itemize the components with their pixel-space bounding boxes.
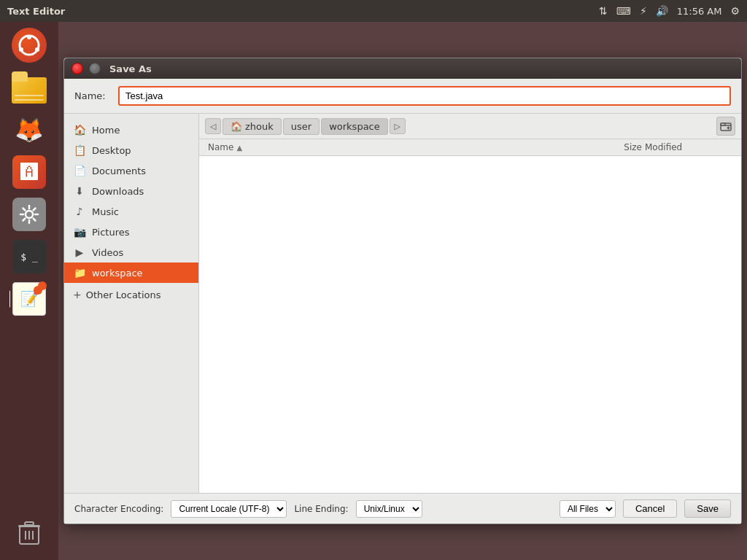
terminal-icon: $ _ <box>12 240 46 273</box>
launcher-ubuntu[interactable] <box>9 26 49 65</box>
file-list-body <box>199 156 741 493</box>
sidebar-videos-label: Videos <box>92 247 123 258</box>
taskbar-icons: ⇅ ⌨ ⚡ 🔊 11:56 AM ⚙ <box>599 5 740 17</box>
dialog-content: 🏠 Home 📋 Desktop 📄 Documents ⬇ Downloads… <box>64 114 741 493</box>
sidebar-item-home[interactable]: 🏠 Home <box>64 120 198 140</box>
size-col-label: Size <box>624 142 642 152</box>
sidebar-item-workspace[interactable]: 📁 workspace <box>64 262 198 283</box>
dialog-titlebar: Save As <box>64 58 741 79</box>
desktop-icon: 📋 <box>73 144 86 156</box>
svg-rect-7 <box>25 522 34 525</box>
music-icon: ♪ <box>73 206 86 217</box>
text-editor-icon: 📝 <box>12 282 46 316</box>
system-settings-icon[interactable]: ⚙ <box>730 5 740 17</box>
documents-icon: 📄 <box>73 165 86 176</box>
ubuntu-icon <box>12 28 47 63</box>
launcher-appstore[interactable]: 🅰 <box>9 152 49 192</box>
appstore-icon: 🅰 <box>12 155 46 189</box>
launcher-file-manager[interactable] <box>9 68 49 107</box>
encoding-label: Character Encoding: <box>74 504 163 514</box>
home-icon: 🏠 <box>73 124 86 136</box>
name-label: Name: <box>74 90 111 101</box>
launcher: 🦊 🅰 $ _ 📝 <box>0 22 58 560</box>
trash-wrapper <box>9 513 49 553</box>
name-row: Name: <box>64 79 741 114</box>
file-area: ◁ 🏠 zhouk user workspace ▷ <box>199 114 741 493</box>
file-list-header: Name ▲ Size Modified <box>199 139 741 156</box>
plus-icon: + <box>73 289 82 300</box>
downloads-icon: ⬇ <box>73 185 86 197</box>
breadcrumb-forward-button[interactable]: ▷ <box>390 118 406 134</box>
dialog-backdrop: Save As Name: 🏠 Home 📋 Desktop 📄 <box>58 22 747 560</box>
taskbar: Text Editor ⇅ ⌨ ⚡ 🔊 11:56 AM ⚙ <box>0 0 747 22</box>
close-button[interactable] <box>71 63 83 74</box>
sidebar-home-label: Home <box>92 125 120 136</box>
column-name-header[interactable]: Name ▲ <box>208 142 595 152</box>
breadcrumb-zhouk[interactable]: 🏠 zhouk <box>222 118 282 135</box>
sidebar-documents-label: Documents <box>92 166 146 176</box>
column-size-header[interactable]: Size <box>598 142 642 152</box>
breadcrumb-back-button[interactable]: ◁ <box>205 118 221 134</box>
launcher-terminal[interactable]: $ _ <box>9 237 49 276</box>
line-ending-label: Line Ending: <box>294 504 348 514</box>
filename-input[interactable] <box>118 86 731 106</box>
other-locations-label: Other Locations <box>86 289 161 300</box>
breadcrumb-workspace-label: workspace <box>329 121 380 132</box>
name-col-label: Name <box>208 142 233 152</box>
breadcrumb-workspace[interactable]: workspace <box>321 118 388 135</box>
keyboard-icon: ⌨ <box>616 5 631 17</box>
sidebar-item-downloads[interactable]: ⬇ Downloads <box>64 181 198 201</box>
workspace-icon: 📁 <box>73 267 86 279</box>
trash-icon <box>12 516 46 550</box>
firefox-icon: 🦊 <box>15 116 44 144</box>
breadcrumb-right <box>716 117 735 136</box>
sidebar-item-desktop[interactable]: 📋 Desktop <box>64 140 198 160</box>
sidebar-workspace-label: workspace <box>92 268 143 279</box>
line-ending-select[interactable]: Unix/Linux <box>356 500 422 518</box>
system-config-icon <box>12 198 46 231</box>
file-sidebar: 🏠 Home 📋 Desktop 📄 Documents ⬇ Downloads… <box>64 114 199 493</box>
modified-col-label: Modified <box>645 142 682 152</box>
sidebar-desktop-label: Desktop <box>92 145 131 156</box>
column-modified-header[interactable]: Modified <box>645 142 732 152</box>
cancel-button[interactable]: Cancel <box>623 499 677 518</box>
svg-rect-12 <box>721 123 725 125</box>
save-button[interactable]: Save <box>684 499 731 518</box>
encoding-select[interactable]: Current Locale (UTF-8) <box>171 500 287 518</box>
save-as-dialog: Save As Name: 🏠 Home 📋 Desktop 📄 <box>63 58 742 524</box>
svg-point-3 <box>19 47 23 52</box>
taskbar-title: Text Editor <box>7 6 599 17</box>
sidebar-item-videos[interactable]: ▶ Videos <box>64 242 198 262</box>
svg-point-2 <box>35 47 39 52</box>
breadcrumb-user[interactable]: user <box>283 118 320 135</box>
sidebar-pictures-label: Pictures <box>92 227 129 238</box>
svg-point-1 <box>27 35 31 39</box>
videos-icon: ▶ <box>73 246 86 258</box>
file-type-select[interactable]: All Files <box>560 500 616 518</box>
sort-arrow-icon: ▲ <box>236 144 242 152</box>
dialog-title: Save As <box>109 63 152 74</box>
launcher-text-editor[interactable]: 📝 <box>9 279 49 319</box>
svg-point-4 <box>26 211 33 218</box>
launcher-trash[interactable] <box>9 513 49 553</box>
sidebar-music-label: Music <box>92 206 119 217</box>
volume-icon: 🔊 <box>656 5 668 17</box>
pictures-icon: 📷 <box>73 226 86 238</box>
sidebar-item-music[interactable]: ♪ Music <box>64 201 198 222</box>
sidebar-item-documents[interactable]: 📄 Documents <box>64 160 198 181</box>
minimize-button[interactable] <box>89 63 101 74</box>
breadcrumb-user-label: user <box>291 121 311 132</box>
launcher-system-config[interactable] <box>9 195 49 234</box>
sidebar-item-pictures[interactable]: 📷 Pictures <box>64 222 198 242</box>
clock: 11:56 AM <box>677 6 722 17</box>
sidebar-downloads-label: Downloads <box>92 186 144 197</box>
sidebar-item-other-locations[interactable]: + Other Locations <box>64 283 198 306</box>
transfer-icon: ⇅ <box>599 5 608 17</box>
breadcrumb-zhouk-label: zhouk <box>245 121 274 132</box>
launcher-firefox[interactable]: 🦊 <box>9 110 49 149</box>
dialog-footer: Character Encoding: Current Locale (UTF-… <box>64 493 741 524</box>
bluetooth-icon: ⚡ <box>640 5 647 17</box>
home-breadcrumb-icon: 🏠 <box>231 121 242 132</box>
new-folder-button[interactable] <box>716 117 735 136</box>
breadcrumb-bar: ◁ 🏠 zhouk user workspace ▷ <box>199 114 741 139</box>
